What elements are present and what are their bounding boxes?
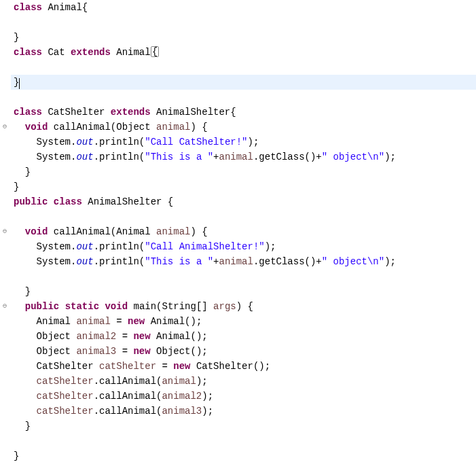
gutter-line xyxy=(0,239,10,254)
code-editor[interactable]: class Animal{ } class Cat extends Animal… xyxy=(10,0,476,463)
gutter-line xyxy=(0,135,10,149)
code-line[interactable]: System.out.println("This is a "+animal.g… xyxy=(11,254,476,269)
gutter-line xyxy=(0,105,10,120)
code-line[interactable]: catShelter.callAnimal(animal2); xyxy=(11,389,476,404)
gutter-line xyxy=(0,448,10,463)
gutter-line xyxy=(0,0,10,15)
gutter-line xyxy=(0,30,10,45)
fold-toggle-icon[interactable]: ⊖ xyxy=(0,120,10,135)
gutter-line xyxy=(0,164,10,179)
code-line[interactable]: } xyxy=(11,30,476,45)
code-line[interactable]: public static void main(String[] args) { xyxy=(11,299,476,314)
gutter-line xyxy=(0,374,10,389)
gutter-line xyxy=(0,434,10,448)
gutter-line xyxy=(0,254,10,269)
fold-toggle-icon[interactable]: ⊖ xyxy=(0,224,10,239)
gutter-line xyxy=(0,15,10,30)
code-line[interactable] xyxy=(11,269,476,284)
gutter-line xyxy=(0,314,10,329)
gutter-line xyxy=(0,194,10,209)
gutter-line xyxy=(0,269,10,284)
code-line[interactable]: Object animal3 = new Object(); xyxy=(11,344,476,359)
code-line[interactable]: class Cat extends Animal{ xyxy=(11,45,476,60)
gutter-line xyxy=(0,389,10,404)
code-line[interactable]: catShelter.callAnimal(animal); xyxy=(11,374,476,389)
gutter-line xyxy=(0,419,10,434)
code-line[interactable]: } xyxy=(11,179,476,194)
code-line[interactable]: catShelter.callAnimal(animal3); xyxy=(11,404,476,419)
code-line[interactable] xyxy=(11,209,476,224)
gutter-line xyxy=(0,75,10,90)
code-line[interactable]: System.out.println("This is a "+animal.g… xyxy=(11,149,476,164)
gutter-line xyxy=(0,60,10,75)
fold-toggle-icon[interactable]: ⊖ xyxy=(0,299,10,314)
code-line[interactable] xyxy=(11,434,476,448)
code-line[interactable]: CatShelter catShelter = new CatShelter()… xyxy=(11,359,476,374)
gutter-line xyxy=(0,179,10,194)
gutter-line xyxy=(0,359,10,374)
code-line[interactable]: Object animal2 = new Animal(); xyxy=(11,329,476,344)
code-line[interactable] xyxy=(11,60,476,75)
gutter-line xyxy=(0,149,10,164)
code-line[interactable]: System.out.println("Call AnimalShelter!"… xyxy=(11,239,476,254)
gutter-line xyxy=(0,90,10,105)
code-line[interactable]: class Animal{ xyxy=(11,0,476,15)
gutter-line xyxy=(0,329,10,344)
code-line[interactable]: } xyxy=(11,448,476,463)
code-line[interactable]: } xyxy=(11,284,476,299)
code-line[interactable]: void callAnimal(Animal animal) { xyxy=(11,224,476,239)
gutter-line xyxy=(0,284,10,299)
code-line[interactable]: Animal animal = new Animal(); xyxy=(11,314,476,329)
code-line[interactable]: } xyxy=(11,419,476,434)
code-line[interactable]: System.out.println("Call CatShelter!"); xyxy=(11,135,476,149)
text-caret-icon xyxy=(19,78,20,89)
code-line[interactable]: void callAnimal(Object animal) { xyxy=(11,120,476,135)
gutter-line xyxy=(0,344,10,359)
gutter-line xyxy=(0,209,10,224)
code-line[interactable]: public class AnimalShelter { xyxy=(11,194,476,209)
editor-gutter: ⊖ ⊖ ⊖ xyxy=(0,0,10,463)
code-line[interactable]: class CatShelter extends AnimalShelter{ xyxy=(11,105,476,120)
matching-brace-icon: { xyxy=(151,46,159,57)
code-line[interactable]: } xyxy=(11,164,476,179)
gutter-line xyxy=(0,45,10,60)
code-line[interactable] xyxy=(11,90,476,105)
code-line[interactable] xyxy=(11,15,476,30)
code-line-active[interactable]: } xyxy=(11,75,476,90)
gutter-line xyxy=(0,404,10,419)
